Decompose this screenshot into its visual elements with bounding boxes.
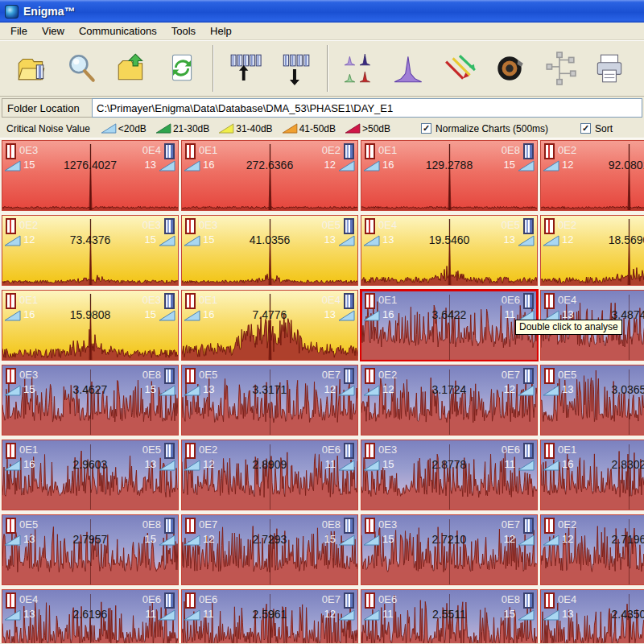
right-logger-icon xyxy=(344,218,354,234)
right-noise-level: 12 xyxy=(324,608,336,620)
download-loggers-icon xyxy=(279,52,312,85)
toolbar-button-view-single-chart[interactable] xyxy=(389,46,431,91)
chart-tile-0E3-0E4[interactable]: 0E3 0E4 15 1276.4027 13 xyxy=(2,140,179,211)
chart-tile-0E2[interactable]: 0E2 12 2.7196 xyxy=(540,514,644,585)
right-noise-level: 13 xyxy=(324,308,336,320)
toolbar-button-correlation[interactable] xyxy=(439,46,481,91)
chart-tile-0E1-0E4[interactable]: 0E1 0E4 16 7.4776 13 xyxy=(181,290,358,361)
right-noise-triangle-icon xyxy=(159,310,175,321)
right-noise-level: 12 xyxy=(324,159,336,171)
toolbar-button-download-loggers[interactable] xyxy=(275,46,316,91)
normalize-option[interactable]: ✓ Normalize Charts (500ms) xyxy=(421,123,548,134)
toolbar-button-print[interactable] xyxy=(588,46,630,91)
tile-header: 0E2 0E6 xyxy=(182,442,357,458)
right-noise-triangle-icon xyxy=(159,609,175,621)
left-logger-icon xyxy=(365,368,375,384)
right-logger-icon xyxy=(344,293,354,309)
chart-tile-0E7-0E8[interactable]: 0E7 0E8 12 2.7293 15 xyxy=(181,514,358,585)
chart-tile-0E3-0E7[interactable]: 0E3 0E7 15 2.7210 12 xyxy=(361,514,538,585)
normalize-checkbox[interactable]: ✓ xyxy=(421,123,431,134)
left-logger-label: 0E3 xyxy=(378,518,397,530)
left-logger-label: 0E2 xyxy=(558,518,576,530)
folder-path-input[interactable]: C:\Primayer\Enigma\Data\Database\DMA_53\… xyxy=(92,98,642,118)
right-noise-level: 15 xyxy=(145,308,156,320)
left-logger-label: 0E2 xyxy=(558,219,576,231)
tile-values: 15 2.7210 12 xyxy=(361,533,537,547)
sort-checkbox[interactable]: ✓ xyxy=(580,123,591,134)
folder-location-label: Folder Location xyxy=(2,98,92,118)
chart-tile-0E1-0E8[interactable]: 0E1 0E8 16 129.2788 15 xyxy=(361,140,538,211)
right-logger-label: 0E7 xyxy=(502,518,520,530)
legend-item-label: <20dB xyxy=(118,123,147,134)
tile-header: 0E2 xyxy=(541,142,644,159)
left-logger-label: 0E4 xyxy=(19,593,38,605)
chart-tile-0E6-0E8[interactable]: 0E6 0E8 11 2.5511 15 xyxy=(361,589,538,643)
chart-tile-0E1-0E5[interactable]: 0E1 0E5 16 2.9603 13 xyxy=(2,440,179,510)
menu-item-file[interactable]: File xyxy=(3,23,35,39)
right-noise-triangle-icon xyxy=(159,235,175,246)
chart-tile-0E6-0E7[interactable]: 0E6 0E7 11 2.5961 12 xyxy=(181,589,358,643)
chart-tile-0E4-0E6[interactable]: 0E4 0E6 13 2.6196 11 xyxy=(2,589,179,643)
title-bar[interactable]: Enigma™ xyxy=(0,0,644,23)
right-logger-label: 0E2 xyxy=(322,144,341,156)
chart-tile-0E4[interactable]: 0E4 13 2.4350 xyxy=(540,589,644,643)
chart-tile-0E5[interactable]: 0E5 13 3.0365 xyxy=(540,365,644,436)
chart-tile-0E4-0E5[interactable]: 0E4 0E5 13 19.5460 13 xyxy=(361,215,538,286)
right-logger-label: 0E7 xyxy=(322,593,341,605)
menu-item-help[interactable]: Help xyxy=(203,23,239,39)
right-logger-icon xyxy=(164,518,175,534)
chart-tile-0E2-0E6[interactable]: 0E2 0E6 12 2.8909 11 xyxy=(181,440,358,510)
chart-tile-0E3-0E5[interactable]: 0E3 0E5 15 41.0356 13 xyxy=(181,215,358,286)
chart-tile-0E2[interactable]: 0E2 12 92.0801 xyxy=(540,140,644,211)
right-logger-icon xyxy=(344,592,354,609)
left-logger-label: 0E2 xyxy=(378,369,397,381)
toolbar-button-network-view[interactable] xyxy=(539,46,580,91)
toolbar-button-export-folder[interactable] xyxy=(110,46,152,91)
menu-item-view[interactable]: View xyxy=(35,23,72,39)
chart-tile-0E1-0E3[interactable]: 0E1 0E3 16 15.9808 15 xyxy=(2,290,179,361)
chart-tile-0E2-0E3[interactable]: 0E2 0E3 12 73.4376 15 xyxy=(2,215,179,286)
tile-header: 0E4 xyxy=(541,292,644,308)
chart-tile-0E2-0E7[interactable]: 0E2 0E7 12 3.1724 12 xyxy=(361,365,538,436)
chart-tile-0E1-0E6[interactable]: 0E1 0E6 16 3.6422 11 xyxy=(361,290,538,361)
right-logger-icon xyxy=(523,293,534,309)
left-logger-icon xyxy=(6,443,16,459)
menu-item-communications[interactable]: Communications xyxy=(72,23,164,39)
right-noise-level: 15 xyxy=(145,383,156,395)
tile-header: 0E3 0E5 xyxy=(182,217,357,233)
chart-tile-0E5-0E7[interactable]: 0E5 0E7 13 3.3171 12 xyxy=(181,365,358,436)
right-logger-label: 0E8 xyxy=(502,144,520,156)
chart-tile-0E3-0E6[interactable]: 0E3 0E6 15 2.8778 11 xyxy=(361,440,538,510)
chart-tile-0E5-0E8[interactable]: 0E5 0E8 13 2.7957 15 xyxy=(2,514,179,585)
right-noise-level: 15 xyxy=(504,608,515,620)
tile-values: 12 3.1724 12 xyxy=(361,383,537,398)
toolbar-button-listen-sound[interactable] xyxy=(489,46,530,91)
tile-header: 0E7 0E8 xyxy=(182,517,357,533)
toolbar-separator xyxy=(327,45,328,92)
right-noise-triangle-icon xyxy=(518,460,535,471)
tile-values: 15 3.4627 15 xyxy=(2,383,178,398)
toolbar-button-open-data-folder[interactable] xyxy=(10,46,52,91)
sort-option[interactable]: ✓ Sort xyxy=(580,123,613,134)
chart-tile-0E3-0E8[interactable]: 0E3 0E8 15 3.4627 15 xyxy=(2,365,179,436)
chart-tile-0E1[interactable]: 0E1 16 2.8302 xyxy=(540,440,644,510)
right-noise-level: 12 xyxy=(324,383,336,395)
right-noise-level: 13 xyxy=(324,233,336,246)
tile-header: 0E6 0E7 xyxy=(182,592,357,608)
right-logger-label: 0E6 xyxy=(502,294,520,306)
legend-items: <20dB21-30dB31-40dB41-50dB>50dB xyxy=(101,123,400,134)
chart-tile-0E1-0E2[interactable]: 0E1 0E2 16 272.6366 12 xyxy=(181,140,358,211)
left-logger-icon xyxy=(544,293,555,309)
print-icon xyxy=(592,52,626,85)
chart-tile-0E2[interactable]: 0E2 12 18.5690 xyxy=(540,215,644,286)
tile-header: 0E5 xyxy=(541,367,644,383)
tile-values: 16 272.6366 12 xyxy=(182,159,357,173)
toolbar-button-search[interactable] xyxy=(60,46,102,91)
toolbar-button-upload-loggers[interactable] xyxy=(225,46,266,91)
legend-triangle-icon xyxy=(219,123,234,134)
toolbar-button-view-all-charts[interactable] xyxy=(339,46,381,91)
right-noise-level: 15 xyxy=(324,533,336,545)
toolbar-button-refresh[interactable] xyxy=(160,46,202,91)
menu-item-tools[interactable]: Tools xyxy=(164,23,203,39)
left-logger-icon xyxy=(6,592,16,609)
